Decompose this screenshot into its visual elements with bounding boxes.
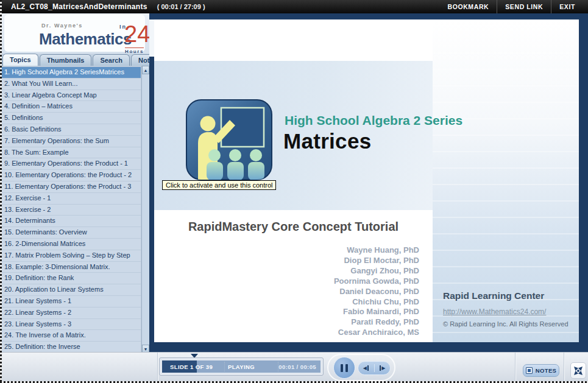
previous-slide-button[interactable]: ◀	[358, 362, 374, 374]
topic-item[interactable]: 20. Application to Linear Systems	[1, 284, 141, 295]
notes-button-label: NOTES	[536, 367, 557, 374]
titlebar: AL2_CT08_MatricesAndDeterminants ( 00:01…	[0, 0, 588, 13]
topic-item[interactable]: 9. Elementary Operations: the Product - …	[1, 158, 141, 169]
titlebar-actions: BOOKMARKSEND LINKEXIT	[439, 0, 583, 13]
content-frame-right	[579, 13, 588, 352]
slide-main-title: Matrices	[283, 129, 371, 153]
logo-area: Dr. Wayne's Mathematics In 24 Hours	[0, 13, 149, 54]
content-frame-top	[149, 13, 588, 19]
author-line: Fabio Mainardi, PhD	[236, 307, 419, 317]
total-time: ( 00:01 / 27:09 )	[157, 3, 205, 10]
topic-item[interactable]: 19. Definition: the Rank	[1, 273, 141, 284]
topic-item[interactable]: 16. 2-Dimensional Matrices	[1, 239, 141, 250]
topic-item[interactable]: 22. Linear Systems - 2	[1, 307, 141, 318]
notes-button[interactable]: NOTES	[523, 364, 559, 377]
author-line: Gangyi Zhou, PhD	[236, 266, 419, 276]
topic-item[interactable]: 7. Elementary Operations: the Sum	[1, 136, 141, 147]
slide-time: 00:01 / 00:05	[278, 360, 316, 373]
pause-button[interactable]	[333, 357, 355, 379]
selection-border-left	[0, 0, 2, 383]
playback-controls: ◀ ▶	[327, 354, 395, 381]
topic-item[interactable]: 25. Definition: the Inverse	[1, 342, 141, 353]
divider	[564, 353, 564, 383]
topic-item[interactable]: 3. Linear Algebra Concept Map	[1, 90, 141, 101]
topic-item[interactable]: 17. Matrix Problem Solving – Step by Ste…	[1, 250, 141, 261]
brand-url-link[interactable]: http://www.Mathematics24.com/	[443, 307, 577, 316]
scroll-up-button[interactable]: ▲	[142, 66, 149, 74]
author-line: Cesar Anchiraico, MS	[236, 328, 419, 338]
logo-tagline: Dr. Wayne's	[41, 23, 83, 29]
author-line: Daniel Deaconu, PhD	[236, 287, 419, 297]
slide-top-band	[154, 19, 433, 61]
content-frame-left	[149, 57, 154, 353]
titlebar-action-send-link[interactable]: SEND LINK	[497, 0, 551, 13]
topic-item[interactable]: 23. Linear Systems - 3	[1, 319, 141, 330]
pause-icon	[345, 364, 348, 372]
step-back-icon-bar	[367, 365, 369, 371]
sidebar: Dr. Wayne's Mathematics In 24 Hours Topi…	[0, 13, 149, 353]
step-back-icon: ◀	[363, 365, 367, 371]
step-forward-icon: ▶	[381, 365, 385, 371]
author-line: Parati Reddy, PhD	[236, 317, 419, 328]
topic-item[interactable]: 10. Elementary Operations: the Product -…	[1, 170, 141, 181]
notes-icon	[526, 367, 533, 374]
application-window: AL2_CT08_MatricesAndDeterminants ( 00:01…	[0, 0, 588, 383]
topic-item[interactable]: 24. The Inverse of a Matrix.	[1, 330, 141, 341]
fullscreen-icon	[573, 365, 584, 376]
scroll-down-icon: ▼	[144, 347, 148, 351]
logo-24: 24	[124, 23, 150, 46]
topics-list: 1. High School Algebra 2 SeriesMatrices2…	[0, 66, 141, 353]
scroll-up-icon: ▲	[144, 68, 148, 72]
topic-item[interactable]: 2. What You Will Learn...	[1, 79, 141, 90]
topic-item[interactable]: 13. Exercise - 2	[1, 205, 141, 216]
author-line: Chichiu Chu, PhD	[236, 297, 419, 307]
authors-list: Wayne Huang, PhDDiop El Moctar, PhDGangy…	[236, 245, 419, 338]
topic-item[interactable]: 14. Determinants	[1, 216, 141, 227]
titlebar-action-bookmark[interactable]: BOOKMARK	[439, 0, 497, 13]
tab-search[interactable]: Search	[93, 54, 130, 66]
topic-item[interactable]: 12. Exercise - 1	[1, 193, 141, 204]
topic-item[interactable]: 18. Example: 3-Dimensional Matrix.	[1, 262, 141, 273]
notes-icon-inner	[528, 369, 531, 372]
topic-item[interactable]: 5. Definitions	[1, 113, 141, 124]
topic-item[interactable]: 1. High School Algebra 2 SeriesMatrices	[1, 67, 141, 78]
topics-scrollbar[interactable]: ▲ ▼	[141, 66, 149, 359]
author-line: Wayne Huang, PhD	[236, 245, 419, 256]
topic-item[interactable]: 6. Basic Definitions	[1, 124, 141, 135]
pause-icon	[341, 364, 343, 372]
brand-block: Rapid Learning Center http://www.Mathema…	[443, 290, 577, 328]
logo: Dr. Wayne's Mathematics In 24 Hours	[4, 15, 145, 52]
author-line: Poornima Gowda, PhD	[236, 276, 419, 287]
tab-topics[interactable]: Topics	[2, 54, 38, 66]
content-frame-left-light	[149, 19, 154, 57]
fullscreen-button[interactable]	[570, 362, 586, 379]
divider	[515, 353, 515, 383]
topic-item[interactable]: 4. Definition – Matrices	[1, 101, 141, 112]
brand-name: Rapid Learning Center	[443, 290, 544, 301]
step-forward-icon-bar	[380, 365, 381, 371]
content-frame-bottom	[149, 342, 588, 352]
series-title: High School Algebra 2 Series	[285, 113, 462, 128]
player-control-bar: SLIDE 1 OF 39 PLAYING 00:01 / 00:05 ◀ ▶	[0, 352, 588, 383]
topic-item[interactable]: 8. The Sum: Example	[1, 147, 141, 158]
tutorial-subtitle: RapidMastery Core Concept Tutorial	[154, 220, 433, 234]
sidebar-tabs: TopicsThumbnailsSearchNotes	[0, 54, 149, 66]
logo-wordmark: Mathematics	[39, 30, 132, 49]
topic-item[interactable]: 21. Linear Systems - 1	[1, 296, 141, 307]
classroom-teacher-icon[interactable]	[186, 99, 272, 180]
author-line: Diop El Moctar, PhD	[236, 256, 419, 266]
divider	[157, 353, 158, 383]
topic-item[interactable]: 15. Determinants: Overview	[1, 227, 141, 238]
titlebar-action-exit[interactable]: EXIT	[551, 0, 583, 13]
progress-panel: SLIDE 1 OF 39 PLAYING 00:01 / 00:05	[159, 357, 324, 376]
tab-thumbnails[interactable]: Thumbnails	[40, 54, 92, 66]
presentation-title: AL2_CT08_MatricesAndDeterminants	[11, 2, 147, 11]
topic-item[interactable]: 11. Elementary Operations: the Product -…	[1, 181, 141, 192]
step-buttons: ◀ ▶	[358, 361, 391, 375]
activex-tooltip: Click to activate and use this control	[162, 180, 276, 190]
seek-bar[interactable]: SLIDE 1 OF 39 PLAYING 00:01 / 00:05	[162, 360, 321, 373]
next-slide-button[interactable]: ▶	[375, 362, 391, 374]
brand-copyright: © Rapid Learning Inc. All Rights Reserve…	[443, 320, 577, 328]
